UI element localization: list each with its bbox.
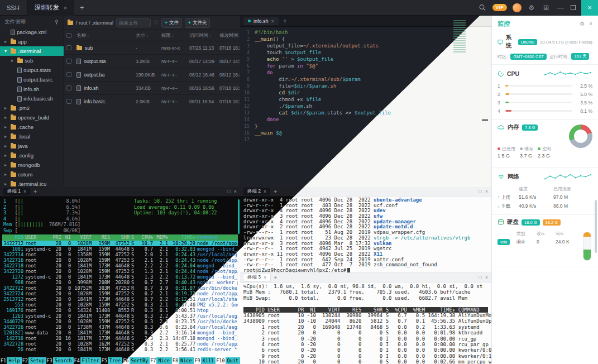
fkey-F4[interactable]: F4Filter — [74, 357, 101, 364]
row-checkbox[interactable] — [66, 45, 71, 50]
speed-column-header: 速度 — [519, 186, 553, 192]
column-header-0[interactable]: 名称 ↕ — [76, 32, 135, 39]
monitor-settings-icon[interactable]: ⚙ — [580, 21, 585, 27]
tree-item-output-basic-[interactable]: output.basic. — [0, 75, 64, 84]
column-header-4[interactable]: 修改时间 ↕ — [219, 32, 240, 39]
vip-badge[interactable]: VIP — [492, 4, 507, 11]
new-terminal-button[interactable]: + — [34, 188, 37, 195]
breadcrumb[interactable]: / root / .xterminal — [76, 20, 113, 26]
terminal-pane-3[interactable]: 终端 3×+□×%Cpu(s): 1.6 us, 1.6 sy, 0.0 ni,… — [240, 272, 491, 364]
minimize-button[interactable]: — — [556, 4, 565, 12]
process-row[interactable]: 988root2003998M208M20280S0.72.70:40.43ng… — [2, 280, 238, 285]
expand-pane-icon[interactable]: □ — [479, 189, 481, 194]
fkey-F5[interactable]: F5Tree — [101, 357, 123, 364]
process-row[interactable]: 3422716root2001028M159M47252S2.12.10:24.… — [2, 257, 238, 263]
expand-pane-icon[interactable]: □ — [479, 275, 481, 280]
terminal-pane-1[interactable]: 终端 1×+□×1 [|| 8.0%]2 [|| 6.5%]3 [|| 7.3%… — [0, 187, 240, 364]
process-row[interactable]: 1272systemd-c2001841M173M44648S1.32.20:1… — [2, 274, 238, 280]
tree-item-package-xml[interactable]: package.xml — [0, 27, 64, 37]
editor-tab-info-sh[interactable]: info.sh× — [243, 17, 279, 25]
tree-item-java[interactable]: ▸java — [0, 141, 64, 151]
close-tab-icon[interactable]: × — [23, 189, 26, 194]
row-checkbox[interactable] — [66, 72, 71, 77]
monitor-scrollbar[interactable] — [595, 200, 597, 253]
file-row[interactable]: output.sta3.2KiBrw-r--r--08/17 14:2908/1… — [64, 55, 240, 68]
file-row[interactable]: output.ba199.0KiBrw-r--r--08/12 16:4608/… — [64, 68, 240, 82]
fkey-F9[interactable]: F9Kill — [194, 357, 216, 364]
file-row[interactable]: info.sh334.0Brw-r--r--08/16 16:5607/18 1… — [64, 82, 240, 95]
close-tab-icon[interactable]: × — [264, 275, 266, 280]
maximize-button[interactable] — [571, 5, 576, 10]
monitor-close-icon[interactable]: × — [589, 21, 592, 27]
user-avatar[interactable] — [513, 3, 522, 12]
column-header-1[interactable]: 大小 ↕ — [136, 32, 160, 39]
close-pane-icon[interactable]: × — [485, 189, 488, 194]
terminal-tab-1[interactable]: 终端 1× — [3, 188, 30, 195]
cpu-core-row: 12.5 % — [497, 82, 592, 90]
close-tab-icon[interactable]: × — [271, 18, 274, 24]
column-header-2[interactable]: 权限 ↕ — [161, 32, 188, 39]
new-terminal-button[interactable]: + — [274, 188, 277, 195]
apps-grid-icon[interactable]: ⊞ — [542, 4, 551, 12]
favorite-icon[interactable]: ♡ — [154, 20, 159, 26]
fkey-F1[interactable]: F1Help — [0, 357, 22, 364]
tree-item-opencv-build[interactable]: ▸opencv_build — [0, 113, 64, 122]
new-terminal-button[interactable]: + — [274, 274, 277, 281]
column-header-3[interactable]: 访问时间 ↕ — [189, 32, 218, 39]
tree-item-info-basic-sh[interactable]: info.basic.sh — [0, 94, 64, 103]
tree-item-info-sh[interactable]: info.sh — [0, 84, 64, 94]
htop-stat-line: Load average: 0.11 0.09 0.06 — [134, 204, 237, 210]
row-checkbox[interactable] — [66, 59, 71, 64]
read-column-header: 读/s — [537, 231, 556, 237]
tree-item--config[interactable]: ▸.config — [0, 151, 64, 160]
file-row[interactable]: info.basic.2.0KiBrw-r--r--08/11 16:5407/… — [64, 95, 240, 108]
new-editor-tab-button[interactable]: + — [283, 17, 287, 25]
tree-item--local[interactable]: ▸.local — [0, 132, 64, 141]
new-folder-button[interactable]: +文件夹 — [185, 18, 210, 28]
search-input[interactable] — [116, 18, 151, 27]
process-line: 2 root 20 0 0 0 0 S 0.0 0.0 0:01.98 kthr… — [243, 330, 488, 336]
fkey-F3[interactable]: F3Search — [46, 357, 74, 364]
select-all-checkbox[interactable] — [66, 33, 71, 38]
tree-item--pm2[interactable]: ▸.pm2 — [0, 103, 64, 113]
tree-item-app[interactable]: ▸app — [0, 37, 64, 46]
process-row[interactable]: 3422714root2001358M359M47252S2.02.10:24.… — [2, 252, 238, 257]
close-tab-icon[interactable]: × — [264, 189, 266, 194]
fkey-F10[interactable]: F10Quit — [216, 357, 240, 364]
process-row[interactable]: 3422718root2001841M173M44648S2.22.20:24.… — [2, 263, 238, 269]
tree-item-output-stats[interactable]: output.stats — [0, 65, 64, 75]
new-session-button[interactable]: + — [80, 3, 84, 12]
sort-icon: ↕ — [208, 33, 211, 37]
pin-icon[interactable] — [54, 20, 59, 25]
process-row[interactable]: 3422720root2001028M159M47252S1.32.10:24.… — [2, 269, 238, 274]
tree-item-coturn[interactable]: ▸coturn — [0, 170, 64, 179]
memory-card: 内存 7.8 G 已使用1.5 G缓存3.7 G空闲2.3 G — [492, 120, 598, 168]
process-row[interactable]: 1001systemd-c2001841M159M44648S0.72.10:3… — [2, 246, 238, 252]
tree-item--cache[interactable]: ▸.cache — [0, 122, 64, 132]
tree-item--xterminal[interactable]: ▾.xterminal — [0, 46, 64, 56]
terminal-pane-2[interactable]: 终端 2×+□×drwxr-xr-x 4 root root 4096 Dec … — [240, 187, 491, 272]
close-session-icon[interactable]: × — [64, 4, 67, 11]
fkey-F2[interactable]: F2Setup — [22, 357, 46, 364]
close-window-button[interactable]: × — [581, 0, 598, 16]
expand-pane-icon[interactable]: □ — [227, 189, 230, 194]
process-row[interactable]: 3422712root2001028M159M47252S10.72.110:2… — [2, 241, 238, 246]
tree-item--terminal-icu[interactable]: ▸.terminal.icu — [0, 179, 64, 187]
fkey-F7[interactable]: F7Nice - — [150, 357, 172, 364]
search-icon[interactable] — [478, 4, 487, 11]
close-pane-icon[interactable]: × — [485, 275, 488, 280]
file-row[interactable]: sub-rwxr-xr-x07/26 11:1307/18 16:24 — [64, 41, 240, 55]
code-editor[interactable]: info.sh×+1#!/bin/bash2__main() {3 output… — [240, 16, 491, 187]
settings-gear-icon[interactable]: ⚙ — [527, 4, 536, 12]
terminal-scrollbar[interactable] — [238, 199, 240, 234]
session-tab[interactable]: 深圳转发 × — [27, 0, 74, 16]
tree-item-sub[interactable]: ▸sub — [0, 56, 64, 65]
row-checkbox[interactable] — [66, 85, 71, 90]
row-checkbox[interactable] — [66, 99, 71, 104]
tree-item-mongodb[interactable]: ▸mongodb — [0, 160, 64, 170]
terminal-tab-3[interactable]: 终端 3× — [243, 274, 270, 281]
close-pane-icon[interactable]: × — [234, 189, 237, 194]
terminal-tab-2[interactable]: 终端 2× — [243, 188, 270, 195]
fkey-F8[interactable]: F8Nice + — [172, 357, 194, 364]
new-file-button[interactable]: +文件 — [161, 18, 182, 28]
